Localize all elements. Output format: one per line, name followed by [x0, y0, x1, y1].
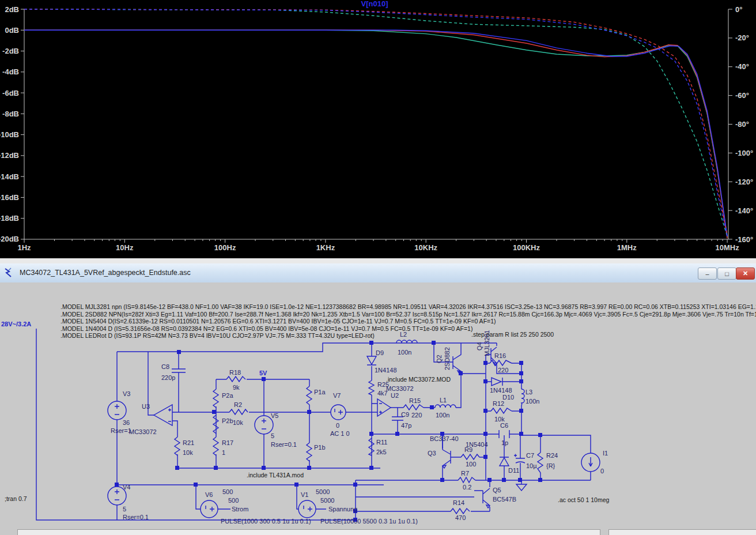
label-c7: C7 — [526, 452, 534, 459]
transistor-q2 — [453, 343, 461, 374]
label-v5: V5 — [271, 412, 278, 419]
value-r7: 0.2 — [463, 484, 471, 491]
label-p1b: P1b — [314, 444, 326, 451]
ground-symbol — [516, 484, 527, 491]
tick-label: -40° — [735, 62, 749, 71]
tick-label: 1KHz — [316, 243, 335, 252]
value-r2: 10k — [233, 419, 243, 426]
spice-tran-directive: ;tran 0.7 — [5, 495, 27, 502]
resistor-p1b — [307, 443, 312, 461]
label-u3: U3 — [142, 403, 150, 410]
label-v3: V3 — [123, 390, 130, 397]
label-r2: R2 — [234, 401, 242, 408]
resistor-r2 — [229, 409, 248, 415]
value-v4: 5 — [123, 506, 126, 513]
axis-labels: 2dB0dB-2dB-4dB-6dB-8dB-10dB-12dB-14dB-16… — [0, 5, 753, 253]
label-q4: Q4 — [476, 342, 483, 351]
value-q2: 2SD882 — [444, 347, 451, 370]
transistor-q5 — [474, 488, 490, 508]
resistor-p1a — [307, 386, 312, 405]
tick-label: -8dB — [2, 110, 19, 118]
schematic-canvas[interactable]: .MODEL MJL3281 npn (IS=9.8145e-12 BF=438… — [0, 282, 756, 535]
value-v3: 36 — [123, 419, 130, 426]
label-p1a: P1a — [314, 389, 326, 395]
value-i1: 0 — [600, 468, 604, 474]
value2-v1: 5000 — [320, 497, 334, 504]
inductor-l2 — [396, 340, 417, 343]
value-u3: MC33072 — [129, 428, 157, 435]
label-q2: Q2 — [436, 355, 443, 363]
schematic-svg: .MODEL MJL3281 npn (IS=9.8145e-12 BF=438… — [0, 282, 756, 535]
value-r15: 220 — [411, 412, 422, 419]
resistor-r21 — [175, 437, 180, 455]
resistor-r14 — [451, 508, 470, 514]
value-r24: {R} — [546, 462, 555, 469]
diode-d10 — [492, 378, 502, 386]
tick-label: -20dB — [0, 235, 19, 243]
spice-include-tl431: .include TL431A.mod — [247, 472, 304, 479]
value-c7: 10µ — [526, 462, 537, 469]
value-l1: 100n — [436, 412, 449, 419]
tick-label: 0dB — [5, 26, 19, 35]
value-d9: 1N4148 — [375, 367, 397, 374]
label-d11: D11 — [508, 467, 519, 474]
label-c9: C9 — [401, 411, 409, 418]
label-r9: R9 — [464, 446, 472, 453]
net-label-5v: 5V — [259, 370, 267, 376]
value-r21: 10k — [183, 449, 193, 456]
trace-mag-r-25-green- — [24, 30, 727, 237]
label-r15: R15 — [409, 397, 421, 404]
inductor-l1 — [435, 405, 456, 408]
waveform-pane[interactable]: V[n010] 2dB0dB-2dB-4dB-6dB-8dB-10dB-12dB… — [0, 0, 756, 258]
scrollbar-corner[interactable] — [608, 529, 756, 535]
resistor-p2a — [213, 389, 218, 408]
ltspice-app: V[n010] 2dB0dB-2dB-4dB-6dB-8dB-10dB-12dB… — [0, 0, 756, 535]
label-p2a: P2a — [222, 392, 233, 399]
label-l3: L3 — [526, 389, 532, 395]
spice-model-mjl3281: .MODEL MJL3281 npn (IS=9.8145e-12 BF=438… — [61, 303, 756, 310]
value-q3: BC337-40 — [430, 435, 459, 442]
restore-button[interactable]: □ — [717, 268, 736, 280]
pulse-v1: PULSE(10000 5500 0.3 1u 1u 0.1) — [320, 518, 418, 525]
label-r12: R12 — [493, 400, 504, 407]
net-label-28v: 28V~/3.2A — [1, 321, 31, 327]
label-r14: R14 — [453, 499, 464, 506]
label-u2: U2 — [391, 392, 399, 399]
label-r17: R17 — [222, 439, 233, 446]
value-c9: 47p — [401, 422, 411, 429]
tick-label: -18dB — [0, 214, 19, 223]
resistor-r17 — [213, 437, 218, 455]
extra-v5: Rser=0.1 — [271, 441, 297, 448]
extra-v7: AC 1 0 — [330, 430, 350, 437]
plot-title: V[n010] — [361, 0, 388, 8]
label-r7: R7 — [461, 470, 469, 477]
trace-mag-r-2500-blue- — [24, 30, 727, 236]
label-q5: Q5 — [493, 487, 501, 493]
window-bottom-edge — [17, 529, 600, 535]
close-button[interactable]: ✕ — [736, 268, 755, 280]
minimize-button[interactable]: – — [698, 268, 717, 280]
resistor-r15 — [403, 405, 424, 410]
tick-label: 2dB — [5, 5, 19, 14]
resistor-r18 — [226, 376, 245, 382]
label-v7: V7 — [333, 392, 341, 399]
label-d9: D9 — [376, 349, 384, 356]
value-l2: 100n — [398, 349, 411, 356]
tick-label: -14dB — [0, 172, 19, 181]
schematic-window-titlebar[interactable]: MC34072_TL431A_5VRef_abgespeckt_Endstufe… — [0, 263, 756, 283]
resistor-r9 — [461, 454, 479, 459]
axis-ticks — [21, 9, 732, 243]
extra-v4: Rser=0.1 — [123, 514, 149, 521]
value-r16: 220 — [498, 367, 508, 374]
label-v6: V6 — [205, 491, 213, 498]
spice-model-2sd882: .MODEL 2SD882 NPN(Is=282f Xti=3 Eg=1.11 … — [61, 311, 756, 318]
spice-model-1n5404: .MODEL 1N5404 D(IS=2.61339e-12 RS=0.0110… — [61, 318, 496, 325]
extra-v3: Rser=1 — [111, 427, 131, 434]
net-spannung: Spannung — [328, 506, 357, 513]
label-p2b: P2b — [222, 417, 233, 424]
tick-label: -80° — [735, 120, 749, 129]
label-r24: R24 — [546, 452, 558, 459]
inductor-l3 — [521, 389, 524, 405]
pulse-v6: PULSE(1000 300 0.5 1u 1u 0.1) — [221, 518, 311, 525]
tick-label: 100Hz — [214, 243, 236, 252]
